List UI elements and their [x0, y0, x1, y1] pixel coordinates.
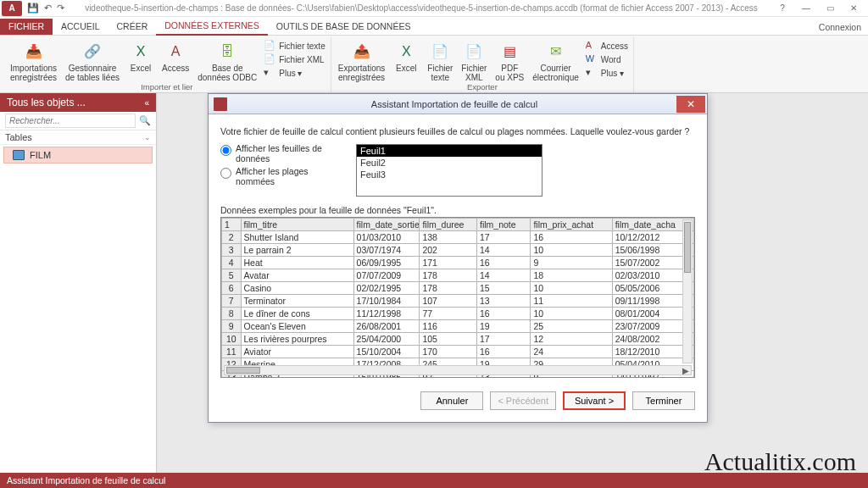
grid-cell: 25: [531, 320, 612, 333]
xml-file-icon: 📄: [264, 53, 275, 65]
grid-cell: 16: [476, 257, 530, 269]
list-item[interactable]: Feuil2: [357, 157, 542, 169]
export-access-button[interactable]: AAccess: [586, 39, 628, 53]
redo-icon[interactable]: ↷: [57, 3, 64, 14]
export-xml-button[interactable]: 📄Fichier XML: [459, 39, 488, 82]
nav-pane-header[interactable]: Tous les objets ... «: [0, 93, 156, 112]
export-more-button[interactable]: ▾Plus ▾: [586, 66, 628, 80]
scrollbar-thumb[interactable]: [226, 367, 260, 374]
grid-cell: 03/07/1974: [353, 244, 420, 257]
access-icon: A: [586, 40, 598, 52]
horizontal-scrollbar[interactable]: ▶: [224, 365, 692, 375]
chevron-up-icon: ⌄: [144, 133, 151, 141]
quick-access-toolbar: 💾 ↶ ↷: [27, 3, 64, 14]
excel-icon: X: [130, 41, 152, 63]
table-row: 2Shutter Island01/03/2010138171610/12/20…: [222, 231, 694, 244]
export-email-button[interactable]: ✉Courrier électronique: [531, 39, 580, 82]
tab-file[interactable]: FICHIER: [0, 19, 53, 35]
linked-table-manager-button[interactable]: 🔗Gestionnaire de tables liées: [64, 39, 121, 82]
status-bar: Assistant Importation de feuille de calc…: [0, 473, 868, 488]
cancel-button[interactable]: Annuler: [420, 391, 483, 410]
close-button[interactable]: ✕: [843, 2, 865, 15]
import-more-button[interactable]: ▾Plus ▾: [264, 66, 325, 80]
vertical-scrollbar[interactable]: [682, 219, 693, 363]
more-icon: ▾: [264, 67, 275, 79]
export-excel-button[interactable]: XExcel: [392, 39, 420, 82]
row-number: 11: [222, 346, 242, 358]
column-header: film_date_sortie: [353, 219, 420, 231]
pdf-icon: ▤: [498, 41, 520, 63]
odbc-icon: 🗄: [216, 41, 238, 63]
import-text-button[interactable]: 📄Fichier texte: [264, 39, 325, 53]
dialog-title: Assistant Importation de feuille de calc…: [232, 99, 676, 109]
xml-file-icon: 📄: [463, 41, 485, 63]
import-excel-button[interactable]: XExcel: [126, 39, 155, 82]
signin-link[interactable]: Connexion: [812, 19, 868, 35]
radio-show-named-ranges-input[interactable]: [220, 168, 231, 179]
import-odbc-button[interactable]: 🗄Base de données ODBC: [196, 39, 259, 82]
grid-cell: 15/10/2004: [353, 346, 420, 358]
nav-table-film[interactable]: FILM: [3, 147, 153, 164]
maximize-button[interactable]: ▭: [819, 2, 841, 15]
undo-icon[interactable]: ↶: [44, 3, 52, 14]
grid-cell: Casino: [241, 282, 353, 295]
word-icon: W: [586, 53, 598, 65]
scrollbar-thumb[interactable]: [684, 222, 691, 273]
finish-button[interactable]: Terminer: [632, 391, 695, 410]
save-icon[interactable]: 💾: [27, 3, 39, 14]
row-number: 9: [222, 320, 242, 333]
scroll-right-icon[interactable]: ▶: [682, 366, 689, 375]
column-header: film_titre: [241, 219, 353, 231]
grid-cell: Les rivières pourpres: [241, 333, 353, 346]
radio-show-named-ranges[interactable]: Afficher les plages nommées: [220, 167, 348, 186]
ribbon-group-export: 📤Exportations enregistrées XExcel 📄Fichi…: [331, 37, 634, 92]
ribbon-group-export-label: Exporter: [337, 82, 628, 93]
import-access-button[interactable]: AAccess: [160, 39, 191, 82]
next-button[interactable]: Suivant >: [563, 391, 626, 410]
export-text-button[interactable]: 📄Fichier texte: [426, 39, 454, 82]
grid-cell: 11: [531, 295, 612, 308]
search-input[interactable]: [5, 114, 136, 128]
chevron-collapse-icon[interactable]: «: [144, 98, 149, 108]
row-number: 8: [222, 308, 242, 320]
import-xml-button[interactable]: 📄Fichier XML: [264, 53, 325, 66]
table-row: 9Ocean's Eleven26/08/2001116192523/07/20…: [222, 320, 694, 333]
saved-imports-button[interactable]: 📥Importations enregistrées: [8, 39, 58, 82]
export-word-button[interactable]: WWord: [586, 53, 628, 66]
nav-section-tables[interactable]: Tables ⌄: [0, 130, 156, 145]
tab-database-tools[interactable]: OUTILS DE BASE DE DONNÉES: [268, 19, 420, 35]
import-spreadsheet-wizard-dialog: Assistant Importation de feuille de calc…: [208, 93, 708, 423]
help-icon[interactable]: ?: [771, 2, 793, 15]
search-icon[interactable]: 🔍: [139, 115, 151, 126]
saved-exports-button[interactable]: 📤Exportations enregistrées: [337, 39, 387, 82]
grid-cell: Shutter Island: [241, 231, 353, 244]
tab-external-data[interactable]: DONNÉES EXTERNES: [156, 18, 267, 36]
worksheet-list[interactable]: Feuil1 Feuil2 Feuil3: [356, 144, 542, 197]
navigation-pane: Tous les objets ... « 🔍 Tables ⌄ FILM: [0, 93, 157, 473]
grid-cell: 07/07/2009: [353, 269, 420, 282]
export-pdf-button[interactable]: ▤PDF ou XPS: [493, 39, 526, 82]
grid-cell: Terminator: [241, 295, 353, 308]
grid-cell: 18: [531, 269, 612, 282]
dialog-close-button[interactable]: ✕: [676, 96, 705, 113]
grid-cell: 13: [476, 295, 530, 308]
table-row: 11Aviator15/10/2004170162418/12/2010: [222, 346, 694, 358]
radio-show-worksheets-input[interactable]: [220, 145, 231, 156]
list-item[interactable]: Feuil3: [357, 169, 542, 180]
tab-create[interactable]: CRÉER: [108, 19, 157, 35]
tab-home[interactable]: ACCUEIL: [53, 19, 108, 35]
column-header: film_duree: [420, 219, 477, 231]
grid-cell: 178: [420, 282, 477, 295]
document-area: Assistant Importation de feuille de calc…: [157, 93, 868, 473]
text-file-icon: 📄: [429, 41, 451, 63]
grid-cell: Le parrain 2: [241, 244, 353, 257]
row-number: 4: [222, 257, 242, 269]
radio-show-worksheets[interactable]: Afficher les feuilles de données: [220, 144, 348, 164]
minimize-button[interactable]: —: [795, 2, 817, 15]
grid-cell: 01/03/2010: [353, 231, 420, 244]
grid-cell: 9: [531, 257, 612, 269]
table-row: 7Terminator17/10/1984107131109/11/1998: [222, 295, 694, 308]
ribbon-group-import-label: Importer et lier: [8, 82, 326, 93]
access-icon: A: [164, 41, 186, 63]
list-item[interactable]: Feuil1: [357, 145, 542, 157]
